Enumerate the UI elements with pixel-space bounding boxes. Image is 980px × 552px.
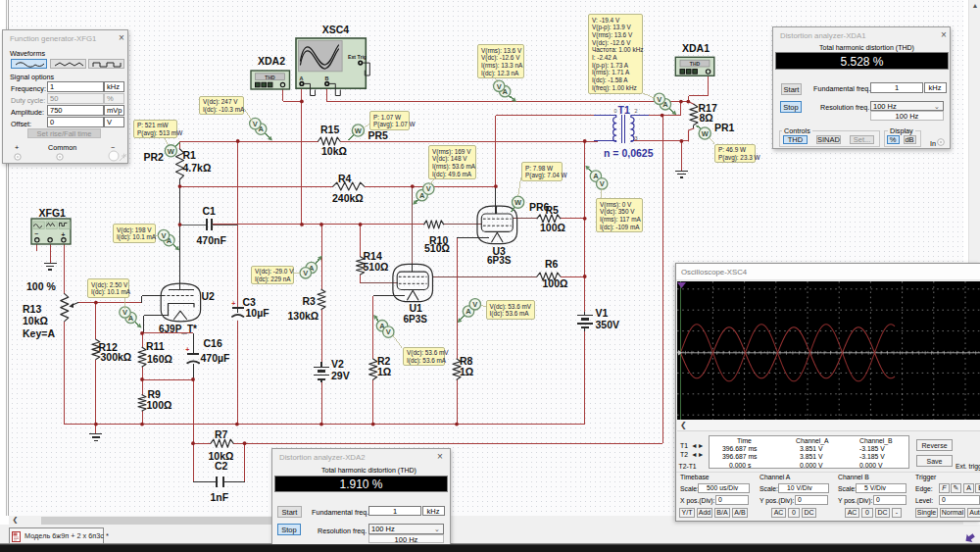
svg-text:T1: T1	[618, 104, 630, 116]
svg-text:XFG1: XFG1	[39, 207, 67, 219]
svg-text:n = 0,0625: n = 0,0625	[604, 147, 654, 159]
svg-text:R6: R6	[545, 258, 559, 270]
svg-text:A: A	[300, 75, 304, 81]
svg-text:2: 2	[635, 108, 638, 114]
svg-text:V: V	[303, 269, 308, 277]
svg-text:R7: R7	[215, 428, 228, 440]
svg-text:100Ω: 100Ω	[543, 277, 568, 289]
svg-text:V: V	[122, 308, 127, 317]
svg-text:V: V	[386, 327, 391, 336]
svg-text:XDA1: XDA1	[682, 42, 710, 54]
svg-text:R1: R1	[183, 149, 197, 161]
svg-text:29V: 29V	[331, 370, 350, 381]
svg-text:130kΩ: 130kΩ	[288, 310, 319, 322]
svg-text:0: 0	[614, 108, 617, 114]
svg-text:300kΩ: 300kΩ	[101, 351, 132, 363]
svg-text:240kΩ: 240kΩ	[332, 192, 364, 204]
svg-text:8Ω: 8Ω	[700, 112, 713, 124]
svg-text:R13: R13	[23, 303, 41, 315]
svg-text:R3: R3	[303, 295, 317, 307]
svg-text:470µF: 470µF	[201, 352, 231, 364]
svg-text:4.7kΩ: 4.7kΩ	[183, 162, 212, 174]
svg-text:+: +	[62, 231, 66, 238]
svg-text:10kΩ: 10kΩ	[23, 315, 48, 326]
svg-text:C2: C2	[215, 460, 228, 472]
svg-text:1Ω: 1Ω	[377, 366, 391, 377]
svg-text:470nF: 470nF	[197, 234, 227, 246]
svg-text:R15: R15	[320, 124, 339, 135]
svg-text:100Ω: 100Ω	[147, 399, 172, 411]
svg-text:V: V	[426, 184, 431, 193]
svg-text:V1: V1	[596, 307, 609, 319]
svg-text:XSC4: XSC4	[322, 24, 350, 35]
svg-text:V2: V2	[331, 358, 344, 370]
svg-text:100Ω: 100Ω	[540, 222, 565, 233]
svg-text:R11: R11	[146, 340, 165, 352]
svg-text:W: W	[168, 147, 175, 156]
svg-text:10kΩ: 10kΩ	[321, 145, 347, 157]
svg-text:6P3S: 6P3S	[404, 314, 428, 325]
svg-text:160Ω: 160Ω	[147, 353, 172, 365]
svg-text:V: V	[253, 120, 258, 128]
svg-text:C1: C1	[203, 205, 217, 217]
svg-text:C16: C16	[204, 337, 222, 349]
svg-text:−: −	[35, 230, 39, 237]
svg-text:V: V	[600, 179, 605, 188]
svg-text:V: V	[657, 95, 662, 104]
svg-text:W: W	[355, 126, 363, 135]
svg-text:V: V	[497, 82, 502, 91]
svg-text:B: B	[325, 75, 329, 81]
svg-text:U2: U2	[202, 290, 216, 302]
svg-text:+: +	[185, 346, 189, 353]
svg-text:1nF: 1nF	[211, 491, 229, 503]
svg-text:6P3S: 6P3S	[487, 255, 512, 266]
svg-text:W: W	[514, 198, 522, 207]
svg-text:350V: 350V	[596, 319, 620, 330]
svg-text:PR5: PR5	[368, 129, 389, 141]
svg-text:V: V	[161, 231, 166, 240]
svg-text:THD: THD	[265, 75, 275, 80]
svg-text:100 %: 100 %	[26, 280, 56, 292]
svg-text:PR1: PR1	[714, 122, 735, 133]
svg-text:3: 3	[635, 135, 638, 141]
svg-text:XDA2: XDA2	[258, 55, 285, 67]
svg-text:PR2: PR2	[144, 151, 165, 163]
svg-text:R4: R4	[338, 173, 352, 184]
svg-text:510Ω: 510Ω	[364, 261, 389, 273]
svg-text:510Ω: 510Ω	[424, 242, 450, 254]
svg-text:V: V	[472, 300, 477, 309]
svg-text:Key=A: Key=A	[23, 327, 55, 339]
svg-text:10µF: 10µF	[246, 307, 270, 319]
svg-text:1Ω: 1Ω	[460, 366, 473, 377]
svg-text:W: W	[702, 129, 710, 138]
svg-text:Ext Trig: Ext Trig	[348, 54, 367, 60]
svg-text:6J9P_T*: 6J9P_T*	[159, 324, 197, 334]
svg-text:THD: THD	[690, 61, 701, 67]
svg-text:R5: R5	[546, 204, 560, 216]
svg-text:+: +	[231, 300, 235, 307]
svg-text:U1: U1	[410, 302, 423, 314]
